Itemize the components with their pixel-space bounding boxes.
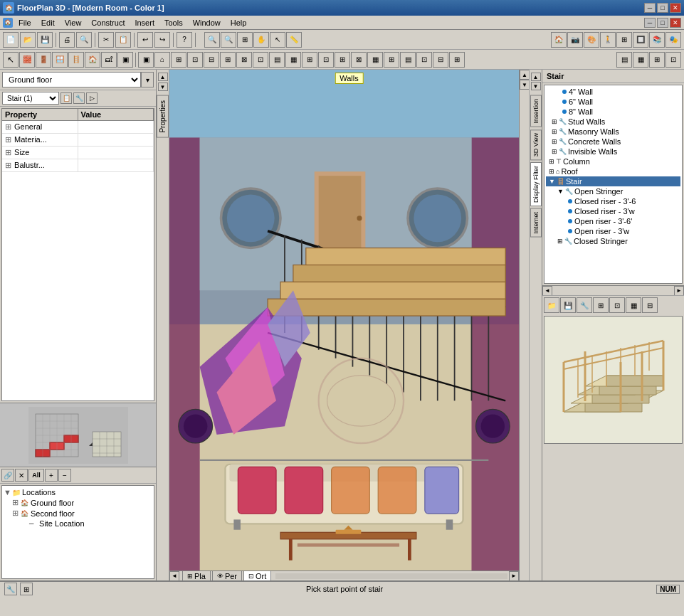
display-btn2[interactable]: ▦ — [633, 52, 648, 68]
menu-insert[interactable]: Insert — [130, 18, 159, 28]
tb-more-11[interactable]: ⊞ — [302, 52, 317, 68]
tree-second-floor[interactable]: ⊞ 🏠 Second floor — [4, 508, 152, 519]
snap-btn[interactable]: 🔲 — [633, 32, 648, 48]
right-scroll-area[interactable]: ◄ ► — [542, 285, 684, 295]
display-btn4[interactable]: ⊡ — [665, 52, 681, 68]
copy-button[interactable]: 📋 — [115, 32, 131, 48]
loc-remove-btn[interactable]: − — [58, 469, 71, 482]
undo-button[interactable]: ↩ — [137, 32, 153, 48]
viewport-scrollbar-v[interactable]: ▲ ▼ — [519, 70, 529, 580]
tree-column[interactable]: ⊞ ⊤ Column — [546, 156, 680, 166]
stair-icon-btn-1[interactable]: 📋 — [60, 92, 72, 104]
tab-ortho[interactable]: ⊡ Ort — [243, 570, 271, 581]
hscroll-left[interactable]: ◄ — [169, 571, 179, 581]
tree-closed-stringer[interactable]: ⊞ 🔧 Closed Stringer — [546, 236, 680, 246]
prop-row-size[interactable]: ⊞ Size — [2, 147, 154, 159]
floor-arrow[interactable]: ▾ — [141, 72, 154, 87]
menu-view[interactable]: View — [60, 18, 86, 28]
tree-6wall[interactable]: 6" Wall — [546, 97, 680, 107]
tb-more-14[interactable]: ⊠ — [351, 52, 367, 68]
menu-help[interactable]: Help — [226, 18, 251, 28]
tree-stair-selected[interactable]: ▼ 🪜 Stair — [546, 176, 680, 186]
tb-more-6[interactable]: ⊞ — [220, 52, 236, 68]
minimize-button[interactable]: ─ — [644, 3, 656, 13]
tb-more-3[interactable]: ⊞ — [171, 52, 186, 68]
right-hscroll-track[interactable] — [554, 288, 673, 294]
right-hscroll-left[interactable]: ◄ — [542, 286, 552, 296]
menu-edit[interactable]: Edit — [37, 18, 59, 28]
tb-more-15[interactable]: ▦ — [367, 52, 383, 68]
tree-open-riser-2[interactable]: Open riser - 3'w — [546, 226, 680, 236]
door-tool[interactable]: 🚪 — [36, 52, 51, 68]
display-filter-tab[interactable]: Display Filter — [530, 162, 542, 206]
right-nav-down[interactable]: ▼ — [531, 82, 541, 90]
prop-row-material[interactable]: ⊞ Materia... — [2, 134, 154, 147]
tree-ground-floor[interactable]: ⊞ 🏠 Ground floor — [4, 497, 152, 508]
3d-view-tab[interactable]: 3D View — [530, 129, 542, 160]
properties-tab[interactable]: Properties — [157, 95, 169, 138]
loc-link-off-btn[interactable]: ✕ — [15, 469, 28, 482]
tb-more-2[interactable]: ⌂ — [154, 52, 170, 68]
close-button[interactable]: ✕ — [670, 3, 681, 13]
rp-btn4[interactable]: ⊞ — [593, 297, 609, 313]
save-button[interactable]: 💾 — [37, 32, 53, 48]
tree-invisible-walls[interactable]: ⊞ 🔧 Invisible Walls — [546, 147, 680, 156]
stair-icon-btn-3[interactable]: ▷ — [86, 92, 98, 104]
tab-plan[interactable]: ⊞ Pla — [182, 570, 211, 581]
floor-select[interactable]: Ground floor Second floor Site Location — [2, 72, 141, 87]
select-btn[interactable]: ↖ — [270, 32, 285, 48]
roof-tool[interactable]: 🏠 — [85, 52, 100, 68]
rp-btn5[interactable]: ⊡ — [609, 297, 625, 313]
maximize-button[interactable]: □ — [657, 3, 668, 13]
tree-8wall[interactable]: 8" Wall — [546, 107, 680, 117]
tb-more-20[interactable]: ⊞ — [449, 52, 465, 68]
loc-all-btn[interactable]: All — [28, 469, 44, 482]
wall-tool[interactable]: 🧱 — [19, 52, 35, 68]
tb-more-9[interactable]: ▤ — [269, 52, 285, 68]
tree-open-riser-1[interactable]: Open riser - 3'-6' — [546, 216, 680, 226]
tb-more-8[interactable]: ⊡ — [253, 52, 268, 68]
grid-btn[interactable]: ⊞ — [616, 32, 632, 48]
tb-more-13[interactable]: ⊞ — [335, 52, 350, 68]
menu-construct[interactable]: Construct — [87, 18, 129, 28]
inner-restore[interactable]: □ — [657, 18, 668, 28]
loc-link-btn[interactable]: 🔗 — [1, 469, 14, 482]
prop-row-general[interactable]: ⊞ General — [2, 121, 154, 134]
status-icon-2[interactable]: ⊞ — [20, 583, 33, 595]
hscroll-right[interactable]: ► — [509, 571, 519, 581]
left-nav-down[interactable]: ▼ — [158, 83, 168, 91]
tb-more-16[interactable]: ⊞ — [384, 52, 399, 68]
tree-stud-walls[interactable]: ⊞ 🔧 Stud Walls — [546, 117, 680, 127]
zoom-in-btn[interactable]: 🔍 — [204, 32, 220, 48]
pan-btn[interactable]: ✋ — [253, 32, 269, 48]
tree-closed-riser-2[interactable]: Closed riser - 3'w — [546, 206, 680, 216]
viewport-scrollbar-h[interactable]: ◄ ⊞ Pla 👁 Per ⊡ Ort ► — [169, 570, 519, 580]
rp-btn2[interactable]: 💾 — [560, 297, 576, 313]
left-nav-up[interactable]: ▲ — [158, 73, 168, 81]
status-icon-1[interactable]: 🔧 — [4, 583, 17, 595]
right-hscroll-right[interactable]: ► — [674, 286, 684, 296]
tb-more-19[interactable]: ⊟ — [433, 52, 448, 68]
menu-tools[interactable]: Tools — [160, 18, 187, 28]
tb-more-4[interactable]: ⊡ — [187, 52, 203, 68]
new-button[interactable]: 📄 — [3, 32, 19, 48]
print-button[interactable]: 🖨 — [59, 32, 75, 48]
rp-btn6[interactable]: ▦ — [626, 297, 641, 313]
stair-select[interactable]: Stair (1) — [2, 92, 59, 105]
stair-tool[interactable]: 🪜 — [68, 52, 84, 68]
open-button[interactable]: 📂 — [20, 32, 36, 48]
camera-btn[interactable]: 📷 — [567, 32, 583, 48]
tb-more-5[interactable]: ⊟ — [204, 52, 219, 68]
3d-view-btn[interactable]: 🏠 — [551, 32, 567, 48]
rp-btn7[interactable]: ⊟ — [642, 297, 658, 313]
display-btn1[interactable]: ▤ — [616, 52, 632, 68]
tree-open-stringer[interactable]: ▼ 🔧 Open Stringer — [546, 186, 680, 196]
display-btn3[interactable]: ⊞ — [649, 52, 665, 68]
render-btn[interactable]: 🎨 — [584, 32, 599, 48]
prop-row-balustr[interactable]: ⊞ Balustr... — [2, 159, 154, 172]
rp-btn3[interactable]: 🔧 — [577, 297, 592, 313]
walk-btn[interactable]: 🚶 — [600, 32, 616, 48]
window-tool[interactable]: 🪟 — [52, 52, 68, 68]
menu-window[interactable]: Window — [189, 18, 225, 28]
room-tool[interactable]: ▣ — [117, 52, 133, 68]
